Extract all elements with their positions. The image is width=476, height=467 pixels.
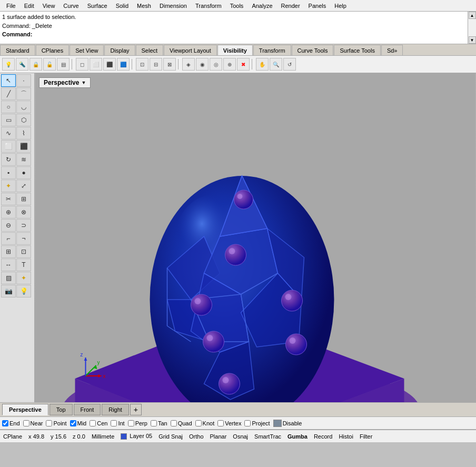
status-grid-snap[interactable]: Grid Snaj (157, 433, 184, 440)
lt-polyline-icon[interactable]: ⌒ (16, 87, 31, 100)
lt-split-icon[interactable]: ⊞ (16, 193, 31, 205)
lt-dim-icon[interactable]: ↔ (1, 259, 16, 271)
tb-unisolate-icon[interactable]: ⊕ (223, 58, 236, 71)
tab-standard[interactable]: Standard (0, 45, 35, 55)
tb-render-icon[interactable]: 🟦 (117, 58, 130, 71)
lt-chamfer-icon[interactable]: ¬ (16, 232, 31, 245)
tab-perspective[interactable]: Perspective (2, 404, 48, 415)
lt-line-icon[interactable]: ╱ (1, 87, 16, 100)
lt-snap-icon[interactable]: ⊡ (16, 245, 31, 258)
scroll-down-button[interactable]: ▼ (469, 36, 476, 44)
lt-hatch-icon[interactable]: ▨ (1, 272, 16, 284)
lt-boolean-icon[interactable]: ⊖ (1, 219, 16, 232)
tb-wire-icon[interactable]: ⬜ (90, 58, 102, 71)
tb-zoom-icon[interactable]: 🔍 (270, 58, 282, 71)
lt-scale-icon[interactable]: ⤢ (16, 180, 31, 192)
snap-vertex-checkbox[interactable] (217, 420, 224, 426)
tb-pan-icon[interactable]: ✋ (256, 58, 269, 71)
snap-point-checkbox[interactable] (46, 420, 52, 426)
lt-nurbs-icon[interactable]: ⌇ (16, 127, 31, 140)
lt-light-icon[interactable]: 💡 (16, 285, 31, 297)
tb-ghost-icon[interactable]: ◻ (76, 58, 88, 71)
tab-front[interactable]: Front (74, 404, 101, 415)
lt-select-icon[interactable]: ↖ (1, 74, 16, 87)
snap-perp-checkbox[interactable] (128, 420, 134, 426)
lt-polygon-icon[interactable]: ⬡ (16, 114, 31, 126)
menu-file[interactable]: File (2, 2, 20, 10)
snap-cen-checkbox[interactable] (90, 420, 96, 426)
snap-tan-checkbox[interactable] (151, 420, 157, 426)
lt-explode-icon[interactable]: ⊗ (16, 206, 31, 218)
menu-dimension[interactable]: Dimension (155, 2, 191, 10)
tb-layer-icon[interactable]: ▤ (57, 58, 70, 71)
snap-mid-checkbox[interactable] (70, 420, 76, 426)
menu-solid[interactable]: Solid (112, 2, 133, 10)
lt-sphere-icon[interactable]: ● (16, 166, 31, 179)
menu-surface[interactable]: Surface (83, 2, 112, 10)
lt-block-icon[interactable]: ✦ (16, 272, 31, 284)
lt-camera-icon[interactable]: 📷 (1, 285, 16, 297)
command-input[interactable] (33, 31, 474, 37)
lt-revolve-icon[interactable]: ↻ (1, 153, 16, 166)
tab-visibility[interactable]: Visibility (217, 45, 253, 55)
lt-text-icon[interactable]: T (16, 259, 31, 271)
tb-rotate-icon[interactable]: ↺ (283, 58, 296, 71)
status-filter[interactable]: Filter (359, 433, 373, 440)
lt-fillet-icon[interactable]: ⌐ (1, 232, 16, 245)
snap-disable[interactable]: Disable (273, 420, 302, 427)
scene-canvas[interactable]: x y z (35, 73, 476, 402)
lt-join-icon[interactable]: ⊕ (1, 206, 16, 218)
tb-hide-unsel-icon[interactable]: ◉ (196, 58, 209, 71)
tab-curve-tools[interactable]: Curve Tools (292, 45, 334, 55)
tab-setview[interactable]: Set View (70, 45, 104, 55)
tb-lock-icon[interactable]: 🔒 (29, 58, 42, 71)
menu-curve[interactable]: Curve (59, 2, 83, 10)
lt-loft-icon[interactable]: ≋ (16, 153, 31, 166)
menu-analyze[interactable]: Analyze (247, 2, 276, 10)
tb-bulb-off-icon[interactable]: 🔦 (16, 58, 28, 71)
status-units[interactable]: Millimete (91, 433, 115, 440)
add-view-button[interactable]: + (130, 404, 142, 415)
lt-box-icon[interactable]: ▪ (1, 166, 16, 179)
viewport-label[interactable]: Perspective ▼ (39, 77, 91, 88)
tb-delete-icon[interactable]: ✖ (237, 58, 250, 71)
tab-more[interactable]: Sd» (381, 45, 403, 55)
menu-mesh[interactable]: Mesh (133, 2, 155, 10)
menu-help[interactable]: Help (330, 2, 351, 10)
lt-move-icon[interactable]: ✦ (1, 180, 16, 192)
tb-invert-icon[interactable]: ⊠ (163, 58, 176, 71)
lt-point-icon[interactable]: · (16, 74, 31, 87)
status-planar[interactable]: Planar (209, 433, 228, 440)
lt-circle-icon[interactable]: ○ (1, 101, 16, 113)
snap-knot-checkbox[interactable] (195, 420, 202, 426)
tb-isolate-icon[interactable]: ◎ (210, 58, 222, 71)
menu-tools[interactable]: Tools (226, 2, 248, 10)
lt-rect-icon[interactable]: ▭ (1, 114, 16, 126)
status-ortho[interactable]: Ortho (188, 433, 205, 440)
scroll-up-button[interactable]: ▲ (469, 12, 476, 19)
tb-bulb-on-icon[interactable]: 💡 (2, 58, 15, 71)
lt-extrude-icon[interactable]: ⬛ (16, 140, 31, 153)
tab-top[interactable]: Top (49, 404, 73, 415)
status-osnap[interactable]: Osnaj (232, 433, 249, 440)
status-gumba[interactable]: Gumba (286, 433, 309, 440)
snap-near-checkbox[interactable] (23, 420, 29, 426)
status-history[interactable]: Histoi (338, 433, 354, 440)
lt-freeform-icon[interactable]: ∿ (1, 127, 16, 140)
menu-panels[interactable]: Panels (304, 2, 331, 10)
snap-project-checkbox[interactable] (244, 420, 251, 426)
lt-arc-icon[interactable]: ◡ (16, 101, 31, 113)
tab-display[interactable]: Display (104, 45, 135, 55)
menu-view[interactable]: View (38, 2, 60, 10)
tab-surface-tools[interactable]: Surface Tools (334, 45, 380, 55)
tb-shaded-icon[interactable]: ⬛ (103, 58, 116, 71)
tab-viewport-layout[interactable]: Viewport Layout (164, 45, 217, 55)
tab-cplanes[interactable]: CPlanes (36, 45, 70, 55)
status-record[interactable]: Record (313, 433, 333, 440)
status-smarttrack[interactable]: SmartTrac (253, 433, 282, 440)
lt-trim-icon[interactable]: ✂ (1, 193, 16, 205)
menu-render[interactable]: Render (277, 2, 304, 10)
tb-select-icon[interactable]: ⊡ (136, 58, 148, 71)
tab-right[interactable]: Right (102, 404, 129, 415)
lt-offset-icon[interactable]: ⊃ (16, 219, 31, 232)
